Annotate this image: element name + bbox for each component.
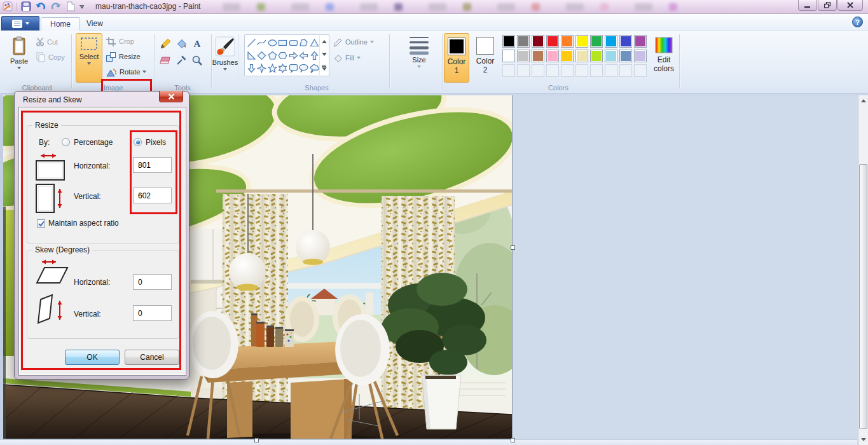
- copy-button[interactable]: Copy: [36, 51, 65, 64]
- shapes-scrollbar[interactable]: [319, 36, 328, 75]
- canvas-resize-handle-corner[interactable]: [511, 438, 515, 442]
- vertical-scroll-thumb[interactable]: [859, 164, 867, 429]
- palette-color-swatch[interactable]: [634, 50, 647, 62]
- magnifier-tool-button[interactable]: [189, 53, 204, 67]
- dialog-close-button[interactable]: [159, 91, 183, 102]
- palette-color-swatch[interactable]: [546, 35, 559, 48]
- shape-line-icon[interactable]: [246, 36, 257, 49]
- vertical-scrollbar[interactable]: [858, 95, 868, 445]
- line-size-icon: [408, 36, 430, 55]
- shape-rectangle-icon[interactable]: [278, 36, 289, 49]
- shape-oval-callout-icon[interactable]: [299, 62, 310, 74]
- palette-color-swatch[interactable]: [619, 35, 632, 48]
- palette-color-swatch[interactable]: [605, 35, 617, 48]
- rainbow-icon: [654, 37, 673, 53]
- document-icon[interactable]: [65, 1, 76, 13]
- help-icon[interactable]: ?: [852, 17, 863, 27]
- glass-blob: [635, 3, 652, 11]
- color-picker-tool-button[interactable]: [174, 53, 188, 67]
- shape-right-triangle-icon[interactable]: [246, 49, 257, 62]
- horizontal-scrollbar[interactable]: [0, 439, 857, 445]
- crop-button[interactable]: Crop: [106, 35, 134, 48]
- tab-home[interactable]: Home: [41, 17, 80, 31]
- palette-color-swatch[interactable]: [502, 50, 515, 62]
- save-button[interactable]: [21, 1, 31, 13]
- palette-color-swatch[interactable]: [532, 50, 544, 62]
- palette-color-swatch[interactable]: [575, 35, 588, 48]
- paste-button[interactable]: Paste: [5, 33, 33, 83]
- palette-empty-slot: [517, 64, 530, 77]
- annotation-redbox-pixels: [130, 130, 177, 214]
- color2-button[interactable]: Color 2: [472, 33, 498, 83]
- palette-color-swatch[interactable]: [590, 35, 603, 48]
- tab-view[interactable]: View: [78, 17, 112, 31]
- shape-diamond-icon[interactable]: [257, 49, 268, 62]
- rotate-button[interactable]: Rotate: [106, 65, 146, 78]
- undo-button[interactable]: [35, 1, 46, 13]
- redo-button[interactable]: [50, 1, 62, 13]
- eraser-tool-button[interactable]: [158, 53, 172, 67]
- brushes-button[interactable]: Brushes: [214, 33, 237, 83]
- outline-button[interactable]: Outline: [333, 36, 374, 48]
- canvas-resize-handle-bottom[interactable]: [254, 438, 259, 442]
- edit-colors-button[interactable]: Edit colors: [650, 33, 678, 83]
- palette-color-swatch[interactable]: [634, 35, 647, 48]
- titlebar: mau-tran-thach-cao3jpg - Paint: [0, 0, 868, 14]
- palette-color-swatch[interactable]: [517, 35, 530, 48]
- shape-rounded-rectangle-icon[interactable]: [288, 36, 299, 49]
- size-button[interactable]: Size: [401, 33, 437, 83]
- file-menu-button[interactable]: [1, 16, 39, 31]
- minimize-button[interactable]: [798, 0, 817, 11]
- scroll-up-button[interactable]: [859, 95, 868, 106]
- shape-ellipse-icon[interactable]: [267, 36, 278, 49]
- palette-color-swatch[interactable]: [619, 50, 632, 62]
- select-button[interactable]: Select: [76, 33, 102, 83]
- shape-polygon-icon[interactable]: [299, 36, 310, 49]
- pencil-tool-button[interactable]: [158, 36, 172, 51]
- file-menu-icon: [12, 20, 22, 28]
- shape-five-point-star-icon[interactable]: [267, 62, 278, 74]
- color2-swatch: [476, 37, 494, 55]
- chevron-down-icon: [17, 67, 21, 69]
- colors-group-label: Colors: [528, 84, 589, 92]
- palette-empty-slot: [575, 64, 588, 77]
- shape-four-point-star-icon[interactable]: [257, 62, 268, 74]
- chevron-down-icon: [87, 62, 91, 65]
- palette-color-swatch[interactable]: [590, 50, 603, 62]
- palette-color-swatch[interactable]: [561, 50, 574, 62]
- shapes-panel: [244, 34, 329, 76]
- shape-up-arrow-icon[interactable]: [309, 49, 320, 62]
- resize-button[interactable]: Resize: [106, 50, 141, 63]
- magnifier-icon: [191, 55, 203, 66]
- palette-color-swatch[interactable]: [605, 50, 617, 62]
- cut-button[interactable]: Cut: [36, 36, 58, 48]
- scroll-down-button[interactable]: [859, 434, 868, 444]
- text-tool-button[interactable]: A: [189, 36, 204, 51]
- fill-tool-button[interactable]: [174, 36, 188, 51]
- shape-hexagon-icon[interactable]: [278, 49, 289, 62]
- palette-color-swatch[interactable]: [517, 50, 530, 62]
- palette-color-swatch[interactable]: [532, 35, 544, 48]
- palette-color-swatch[interactable]: [575, 50, 588, 62]
- canvas-resize-handle-right[interactable]: [511, 245, 515, 250]
- shape-cloud-callout-icon[interactable]: [309, 62, 320, 74]
- qat-separator: [17, 3, 17, 11]
- fill-button[interactable]: Fill: [333, 51, 361, 64]
- shape-triangle-icon[interactable]: [309, 36, 320, 49]
- palette-empty-slot: [634, 64, 647, 77]
- palette-color-swatch[interactable]: [546, 50, 559, 62]
- palette-color-swatch[interactable]: [561, 35, 574, 48]
- shape-six-point-star-icon[interactable]: [278, 62, 289, 74]
- shape-pentagon-icon[interactable]: [267, 49, 278, 62]
- shape-left-arrow-icon[interactable]: [299, 49, 310, 62]
- scroll-down-icon: [322, 53, 327, 56]
- shape-curve-icon[interactable]: [257, 36, 268, 49]
- color1-button[interactable]: Color 1: [444, 33, 469, 83]
- close-button[interactable]: [837, 0, 863, 11]
- shape-rounded-callout-icon[interactable]: [288, 62, 299, 74]
- restore-button[interactable]: [818, 0, 837, 11]
- qat-dropdown-button[interactable]: [79, 5, 84, 10]
- shape-right-arrow-icon[interactable]: [288, 49, 299, 62]
- shape-down-arrow-icon[interactable]: [246, 62, 257, 74]
- palette-color-swatch[interactable]: [502, 35, 515, 48]
